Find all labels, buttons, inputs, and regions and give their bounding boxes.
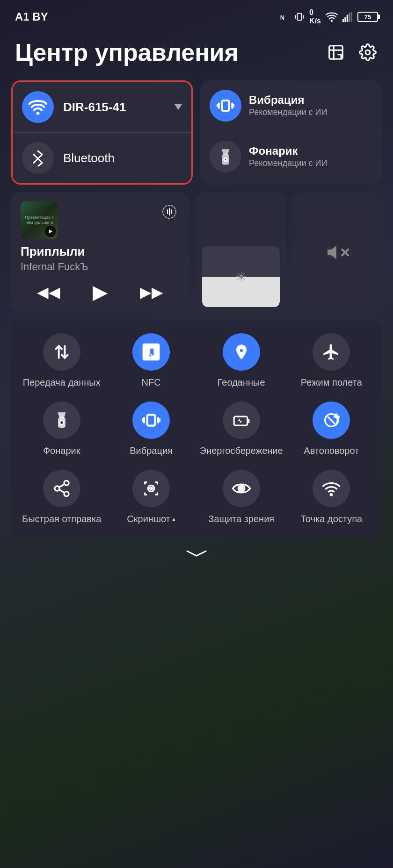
play-overlay [45,226,56,237]
quick-eye-protect-label: Защита зрения [208,513,274,525]
flashlight2-icon [53,411,70,430]
quick-item-data[interactable]: Передача данных [21,333,102,388]
edit-button[interactable] [326,42,346,63]
quick-screenshot-icon-circle [132,470,170,507]
play-button[interactable]: ▶ [93,280,108,303]
quick-eye-protect-icon-circle [223,470,260,507]
quick-item-airplane[interactable]: Режим полета [291,333,372,388]
media-wave-icon [159,201,180,222]
quick-airplane-icon-circle [313,333,350,371]
quick-screenshot-label: Скриншот▴ [127,513,175,525]
quick-battery-saver-label: Энергосбережение [200,445,283,457]
quick-item-battery-saver[interactable]: Энергосбережение [200,402,283,457]
header-actions [326,42,378,63]
quick-flashlight-icon-circle [43,402,80,439]
quick-nfc-icon-circle [132,333,170,371]
quick-item-hotspot[interactable]: Точка доступа [291,470,372,525]
bottom-handle[interactable] [0,538,393,568]
tiles-container: DIR-615-41 Bluetooth [0,80,393,538]
mute-icon [326,241,349,264]
album-art-image: Презентация к чём дальше и [21,201,58,239]
wifi-expand-arrow [175,104,182,110]
quick-battery-saver-icon-circle [223,402,260,439]
quick-data-icon-circle [43,333,80,371]
svg-marker-23 [49,230,52,233]
hotspot-icon [322,479,341,498]
svg-point-4 [331,20,333,22]
quick-flashlight-label: Фонарик [43,445,80,457]
quick-settings-grid: Передача данных NFC Геоданные [11,320,382,538]
flashlight-icon-circle [210,141,241,172]
quick-data-label: Передача данных [23,376,101,388]
quick-item-screenshot[interactable]: Скриншот▴ [110,470,192,525]
battery-level: 75 [364,14,371,21]
svg-rect-9 [351,12,352,22]
settings-button[interactable] [357,42,378,63]
battery-saver-icon [233,411,250,429]
svg-rect-38 [147,415,155,425]
svg-rect-7 [347,15,348,22]
wifi-ssid: DIR-615-41 [63,100,163,115]
vibration-tile[interactable]: Вибрация Рекомендации с ИИ [200,80,382,131]
quick-item-eye-protect[interactable]: Защита зрения [200,470,283,525]
svg-rect-43 [234,416,247,425]
flashlight-tile[interactable]: Фонарик Рекомендации с ИИ [200,131,382,182]
quick-item-flashlight[interactable]: Фонарик [21,402,102,457]
top-grid: DIR-615-41 Bluetooth [11,80,382,185]
next-button[interactable]: ▶▶ [140,283,163,301]
bluetooth-icon-circle [22,142,54,174]
media-top: Презентация к чём дальше и [21,201,180,239]
nfc-icon: N [279,12,290,22]
right-tile: Вибрация Рекомендации с ИИ Фонарик Реком… [200,80,382,185]
media-song: Приплыли [21,244,180,259]
quickshare-icon [52,479,71,498]
svg-rect-15 [222,100,229,111]
location-icon [233,343,250,361]
prev-button[interactable]: ◀◀ [37,283,60,301]
quick-autorotate-label: Автоповорот [304,445,359,457]
page-title: Центр управления [15,38,239,66]
network-speed: 0K/s [309,8,321,25]
svg-rect-6 [344,17,346,22]
bluetooth-label: Bluetooth [63,151,115,165]
vibration-label: Вибрация [249,93,327,107]
wifi-tile[interactable]: DIR-615-41 [13,82,191,133]
bluetooth-icon [30,150,45,166]
svg-point-55 [150,488,153,490]
album-art: Презентация к чём дальше и [21,201,58,239]
flashlight-sublabel: Рекомендации с ИИ [249,158,327,169]
quick-vibration-icon-circle [132,402,170,439]
svg-point-57 [240,487,243,490]
vibrate-icon [294,12,305,22]
media-grid: Презентация к чём дальше и [11,192,382,313]
quick-hotspot-label: Точка доступа [300,513,362,525]
media-controls: ◀◀ ▶ ▶▶ [21,280,180,303]
quick-item-quickshare[interactable]: Быстрая отправка [21,470,102,525]
vibration-icon [217,97,234,115]
svg-point-37 [60,421,64,424]
brightness-slider[interactable]: ☀ [202,246,280,307]
flashlight-labels: Фонарик Рекомендации с ИИ [249,144,327,169]
volume-tile[interactable] [293,192,382,313]
quick-item-geo[interactable]: Геоданные [200,333,283,388]
carrier-label: A1 BY [15,10,48,23]
svg-line-48 [328,417,335,423]
quick-geo-icon-circle [223,333,260,371]
svg-rect-5 [342,19,344,22]
bluetooth-tile[interactable]: Bluetooth [13,133,191,183]
quick-hotspot-icon-circle [313,470,350,507]
svg-rect-8 [349,13,350,22]
quick-item-nfc[interactable]: NFC [110,333,192,388]
svg-marker-35 [58,412,66,418]
signal-icon [342,12,353,22]
svg-marker-20 [222,149,229,155]
brightness-tile[interactable]: ☀ [196,192,285,313]
vibration-icon-circle [210,90,241,122]
quick-item-vibration[interactable]: Вибрация [110,402,192,457]
wifi-status-icon [326,12,338,22]
quick-geo-label: Геоданные [218,376,265,388]
svg-text:N: N [280,14,284,21]
media-tile[interactable]: Презентация к чём дальше и [11,192,189,313]
quick-quickshare-label: Быстрая отправка [22,513,101,525]
quick-item-autorotate[interactable]: Автоповорот [291,402,372,457]
